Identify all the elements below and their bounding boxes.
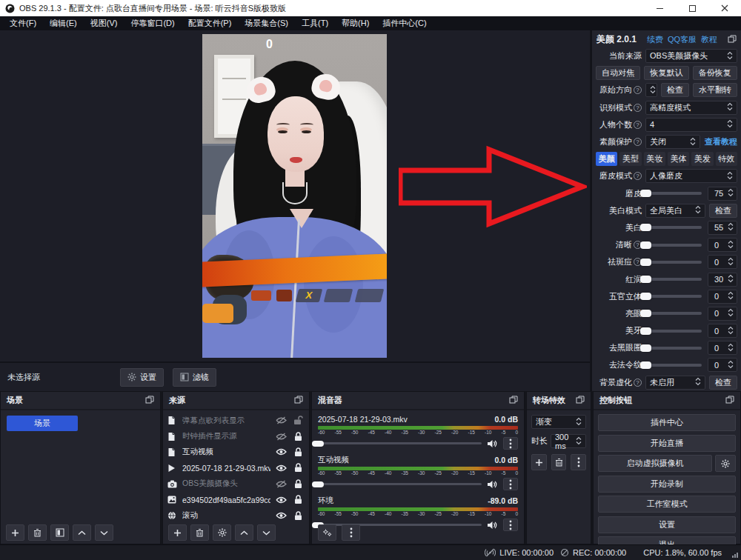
popout-icon[interactable] — [576, 396, 585, 405]
source-properties-button[interactable]: 设置 — [120, 368, 164, 387]
slider-value-box[interactable]: 30 — [708, 273, 737, 287]
beauty-tab[interactable]: 美型 — [619, 152, 641, 166]
control-button[interactable]: 开始录制 — [598, 476, 736, 493]
control-button[interactable]: 工作室模式 — [598, 496, 736, 513]
menu-item[interactable]: 工具(T) — [295, 16, 335, 30]
popout-icon[interactable] — [145, 396, 154, 405]
visibility-toggle-icon[interactable] — [275, 512, 288, 519]
tutorial-link[interactable]: 查看教程 — [705, 136, 737, 147]
menu-item[interactable]: 配置文件(P) — [182, 16, 239, 30]
beauty-slider[interactable] — [645, 192, 702, 195]
advanced-audio-button[interactable] — [318, 524, 336, 541]
beauty-action-button[interactable]: 恢复默认 — [644, 66, 688, 80]
lock-toggle-icon[interactable] — [292, 511, 305, 521]
source-row[interactable]: 弹幕点歌列表显示 — [163, 413, 309, 428]
beauty-slider[interactable] — [645, 295, 702, 298]
current-source-dropdown[interactable]: OBS美颜摄像头 — [645, 49, 737, 63]
control-button[interactable]: 开始直播 — [598, 435, 736, 452]
lock-toggle-icon[interactable] — [292, 432, 305, 441]
move-down-button[interactable] — [257, 524, 276, 541]
help-icon[interactable] — [634, 138, 642, 146]
speaker-icon[interactable] — [487, 521, 498, 530]
bgblur-check-button[interactable]: 检查 — [709, 376, 737, 390]
transition-menu-button[interactable] — [571, 454, 586, 470]
slider-value-box[interactable]: 0 — [708, 255, 737, 269]
speaker-icon[interactable] — [487, 480, 498, 489]
beauty-slider[interactable] — [645, 364, 702, 367]
add-source-button[interactable] — [168, 524, 187, 541]
beauty-slider[interactable] — [645, 312, 702, 315]
move-down-button[interactable] — [95, 524, 113, 541]
move-up-button[interactable] — [73, 524, 91, 541]
source-row[interactable]: 互动视频 — [163, 444, 309, 460]
visibility-toggle-icon[interactable] — [275, 464, 288, 472]
beauty-tab[interactable]: 美颜 — [596, 152, 617, 166]
volume-handle[interactable] — [312, 441, 324, 447]
slider-handle[interactable] — [640, 310, 651, 317]
beauty-slider[interactable] — [645, 261, 702, 264]
visibility-toggle-icon[interactable] — [275, 496, 288, 504]
control-button[interactable]: 设置 — [598, 516, 736, 533]
slider-handle[interactable] — [640, 276, 651, 283]
slider-value-box[interactable]: 0 — [708, 324, 737, 338]
beauty-slider[interactable] — [645, 278, 702, 281]
menu-item[interactable]: 停靠窗口(D) — [124, 16, 181, 30]
source-filters-button[interactable]: 滤镜 — [173, 368, 216, 387]
lock-toggle-icon[interactable] — [292, 416, 305, 425]
move-up-button[interactable] — [235, 524, 253, 541]
slider-value-box[interactable]: 0 — [708, 307, 737, 321]
slider-handle[interactable] — [640, 327, 651, 335]
popout-icon[interactable] — [725, 396, 734, 405]
beauty-slider[interactable] — [645, 244, 702, 247]
slider-handle[interactable] — [640, 190, 651, 197]
beauty-slider[interactable] — [645, 226, 702, 229]
menu-item[interactable]: 帮助(H) — [335, 16, 376, 30]
menu-item[interactable]: 文件(F) — [3, 16, 43, 30]
recognition-dropdown[interactable]: 高精度模式 — [645, 101, 737, 115]
bgblur-dropdown[interactable]: 未启用 — [645, 376, 705, 390]
lock-toggle-icon[interactable] — [292, 447, 305, 457]
slider-handle[interactable] — [640, 224, 651, 231]
source-properties-button[interactable] — [213, 524, 231, 541]
mixer-menu-button[interactable] — [342, 524, 360, 541]
slider-handle[interactable] — [640, 361, 651, 369]
beauty-link[interactable]: QQ客服 — [668, 34, 697, 45]
slider-value-box[interactable]: 0 — [708, 341, 737, 355]
help-icon[interactable] — [634, 379, 642, 387]
smooth-mode-dropdown[interactable]: 人像磨皮 — [645, 169, 737, 183]
maximize-button[interactable] — [676, 0, 708, 16]
whiten-check-button[interactable]: 检查 — [709, 204, 737, 218]
menu-item[interactable]: 编辑(E) — [43, 16, 84, 30]
popout-icon[interactable] — [509, 396, 518, 405]
remove-transition-button[interactable] — [551, 454, 567, 470]
slider-value-box[interactable]: 55 — [708, 221, 737, 235]
slider-handle[interactable] — [640, 293, 651, 300]
volume-slider[interactable] — [318, 483, 482, 485]
volume-slider[interactable] — [318, 442, 482, 444]
visibility-toggle-icon[interactable] — [275, 480, 288, 488]
slider-value-box[interactable]: 0 — [708, 358, 737, 372]
hflip-button[interactable]: 水平翻转 — [693, 83, 737, 97]
source-row[interactable]: 时钟插件显示源 — [163, 428, 309, 444]
visibility-toggle-icon[interactable] — [275, 416, 288, 424]
control-button[interactable]: 插件中心 — [598, 414, 736, 431]
source-row[interactable]: e394502df49aa5fc2a99cd2e7c — [163, 492, 309, 507]
help-icon[interactable] — [634, 172, 642, 180]
help-icon[interactable] — [634, 104, 642, 112]
beauty-tab[interactable]: 美体 — [668, 152, 689, 166]
add-scene-button[interactable] — [6, 524, 24, 541]
virtual-cam-settings-button[interactable] — [715, 455, 736, 472]
close-button[interactable] — [708, 0, 741, 16]
beauty-action-button[interactable]: 自动对焦 — [596, 66, 640, 80]
duration-spinner[interactable]: 300 ms — [551, 434, 586, 448]
slider-handle[interactable] — [640, 344, 651, 352]
remove-source-button[interactable] — [190, 524, 209, 541]
lock-toggle-icon[interactable] — [292, 495, 305, 504]
volume-handle[interactable] — [312, 481, 324, 487]
source-row[interactable]: 2025-07-18 21-29-03.mkv — [163, 460, 309, 476]
slider-handle[interactable] — [640, 259, 651, 266]
beauty-slider[interactable] — [645, 330, 702, 333]
protect-dropdown[interactable]: 关闭 — [645, 135, 700, 149]
scene-filters-button[interactable] — [50, 524, 69, 541]
source-row[interactable]: OBS美颜摄像头 — [163, 476, 309, 492]
